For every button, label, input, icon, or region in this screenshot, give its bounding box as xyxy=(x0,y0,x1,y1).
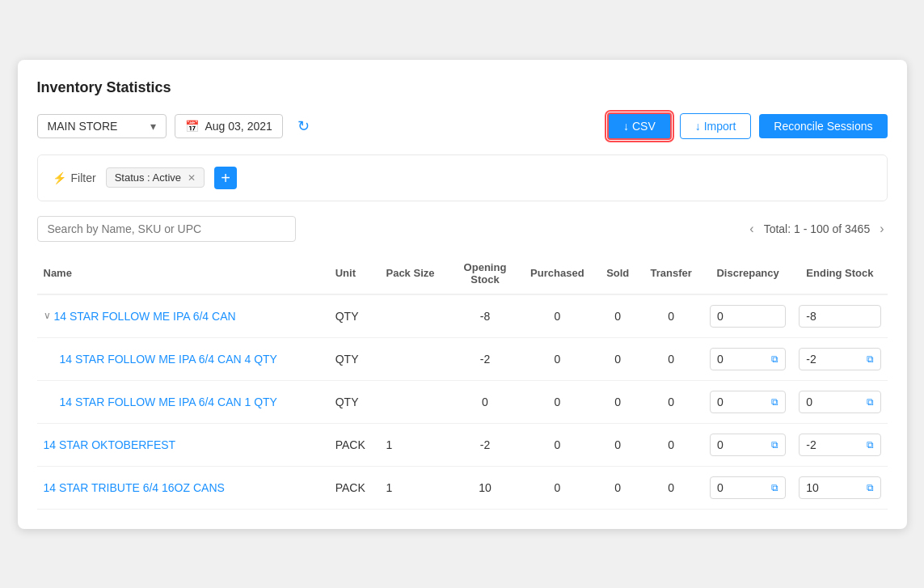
cell-discrepancy[interactable]: 0 ⧉ xyxy=(703,423,792,466)
cell-name: 14 STAR TRIBUTE 6/4 16OZ CANS xyxy=(37,466,329,509)
filter-tag-label: Status : Active xyxy=(115,171,181,184)
cell-discrepancy[interactable]: 0 ⧉ xyxy=(703,380,792,423)
store-label: MAIN STORE xyxy=(48,120,118,133)
cell-discrepancy[interactable]: 0 ⧉ xyxy=(703,337,792,380)
page-title: Inventory Statistics xyxy=(37,79,888,96)
item-link[interactable]: 14 STAR FOLLOW ME IPA 6/4 CAN 4 QTY xyxy=(60,353,277,366)
external-link-icon[interactable]: ⧉ xyxy=(867,353,874,365)
import-button[interactable]: ↓ Import xyxy=(680,113,752,139)
cell-pack-size: 1 xyxy=(379,466,452,509)
cell-pack-size xyxy=(379,380,452,423)
table-row: 14 STAR FOLLOW ME IPA 6/4 CAN 4 QTY QTY … xyxy=(37,337,888,380)
item-link[interactable]: 14 STAR TRIBUTE 6/4 16OZ CANS xyxy=(44,481,225,494)
cell-sold: 0 xyxy=(597,466,639,509)
cell-purchased: 0 xyxy=(518,466,597,509)
reconcile-button[interactable]: Reconcile Sessions xyxy=(759,114,887,138)
filter-tag-status[interactable]: Status : Active ✕ xyxy=(106,167,205,188)
filter-icon: ⚡ xyxy=(53,171,66,184)
col-transfer: Transfer xyxy=(639,253,703,294)
refresh-button[interactable]: ↻ xyxy=(291,114,316,138)
collapse-button[interactable]: ∨ xyxy=(44,310,51,321)
table-body: ∨ 14 STAR FOLLOW ME IPA 6/4 CAN QTY -8 0… xyxy=(37,294,888,510)
cell-purchased: 0 xyxy=(518,380,597,423)
cell-unit: PACK xyxy=(329,423,380,466)
ending-stock-value: -2 xyxy=(806,353,816,366)
csv-button[interactable]: ↓ CSV xyxy=(607,112,672,140)
discrepancy-value: 0 xyxy=(717,310,724,323)
pagination: ‹ Total: 1 - 100 of 3465 › xyxy=(746,220,887,238)
date-picker[interactable]: 📅 Aug 03, 2021 xyxy=(175,114,283,138)
ending-stock-value: -2 xyxy=(806,438,816,451)
col-discrepancy: Discrepancy xyxy=(703,253,792,294)
external-link-icon[interactable]: ⧉ xyxy=(867,396,874,408)
cell-transfer: 0 xyxy=(639,337,703,380)
cell-transfer: 0 xyxy=(639,294,703,338)
cell-ending-stock[interactable]: 10⧉ xyxy=(792,466,887,509)
cell-pack-size xyxy=(379,294,452,338)
cell-opening-stock: 10 xyxy=(452,466,517,509)
cell-discrepancy[interactable]: 0 ⧉ xyxy=(703,466,792,509)
external-link-icon[interactable]: ⧉ xyxy=(771,482,778,493)
discrepancy-value: 0 xyxy=(717,353,724,366)
inventory-table: Name Unit Pack Size OpeningStock Purchas… xyxy=(37,253,888,510)
prev-page-button[interactable]: ‹ xyxy=(746,220,757,238)
cell-ending-stock: -8 xyxy=(792,294,887,338)
cell-unit: QTY xyxy=(329,380,380,423)
col-opening-stock: OpeningStock xyxy=(452,253,517,294)
ending-stock-value: -8 xyxy=(806,310,816,323)
table-row: 14 STAR TRIBUTE 6/4 16OZ CANS PACK 1 10 … xyxy=(37,466,888,509)
ending-stock-value: 0 xyxy=(806,396,812,408)
external-link-icon[interactable]: ⧉ xyxy=(771,439,778,451)
cell-ending-stock[interactable]: -2⧉ xyxy=(792,423,887,466)
item-link[interactable]: 14 STAR FOLLOW ME IPA 6/4 CAN xyxy=(54,310,236,323)
table-row: 14 STAR FOLLOW ME IPA 6/4 CAN 1 QTY QTY … xyxy=(37,380,888,423)
cell-unit: QTY xyxy=(329,294,380,338)
filter-bar: ⚡ Filter Status : Active ✕ + xyxy=(37,154,888,201)
cell-transfer: 0 xyxy=(639,423,703,466)
col-sold: Sold xyxy=(597,253,639,294)
main-window: Inventory Statistics MAIN STORE ▾ 📅 Aug … xyxy=(18,60,907,529)
cell-ending-stock[interactable]: -2⧉ xyxy=(792,337,887,380)
cell-unit: PACK xyxy=(329,466,380,509)
search-input[interactable] xyxy=(37,216,296,242)
col-pack-size: Pack Size xyxy=(379,253,452,294)
cell-ending-stock[interactable]: 0⧉ xyxy=(792,380,887,423)
cell-sold: 0 xyxy=(597,380,639,423)
cell-purchased: 0 xyxy=(518,294,597,338)
next-page-button[interactable]: › xyxy=(876,220,887,238)
ending-stock-value: 10 xyxy=(806,481,819,494)
cell-name: 14 STAR OKTOBERFEST xyxy=(37,423,329,466)
store-select[interactable]: MAIN STORE ▾ xyxy=(37,114,167,138)
cell-name: 14 STAR FOLLOW ME IPA 6/4 CAN 4 QTY xyxy=(37,337,329,380)
cell-opening-stock: -8 xyxy=(452,294,517,338)
filter-label: ⚡ Filter xyxy=(53,171,96,184)
cell-sold: 0 xyxy=(597,337,639,380)
cell-pack-size: 1 xyxy=(379,423,452,466)
calendar-icon: 📅 xyxy=(185,120,199,133)
external-link-icon[interactable]: ⧉ xyxy=(867,482,874,493)
cell-transfer: 0 xyxy=(639,380,703,423)
add-filter-button[interactable]: + xyxy=(214,167,237,189)
discrepancy-value: 0 xyxy=(717,481,724,494)
close-icon[interactable]: ✕ xyxy=(188,172,196,184)
cell-name: 14 STAR FOLLOW ME IPA 6/4 CAN 1 QTY xyxy=(37,380,329,423)
toolbar: MAIN STORE ▾ 📅 Aug 03, 2021 ↻ ↓ CSV ↓ Im… xyxy=(37,112,888,140)
cell-unit: QTY xyxy=(329,337,380,380)
cell-pack-size xyxy=(379,337,452,380)
search-row: ‹ Total: 1 - 100 of 3465 › xyxy=(37,216,888,242)
cell-purchased: 0 xyxy=(518,423,597,466)
col-ending-stock: Ending Stock xyxy=(792,253,887,294)
item-link[interactable]: 14 STAR OKTOBERFEST xyxy=(44,438,176,451)
cell-opening-stock: -2 xyxy=(452,423,517,466)
table-row: 14 STAR OKTOBERFEST PACK 1 -2 0 0 0 0 ⧉ … xyxy=(37,423,888,466)
item-link[interactable]: 14 STAR FOLLOW ME IPA 6/4 CAN 1 QTY xyxy=(60,396,277,408)
external-link-icon[interactable]: ⧉ xyxy=(867,439,874,451)
discrepancy-value: 0 xyxy=(717,396,724,408)
cell-sold: 0 xyxy=(597,423,639,466)
table-header-row: Name Unit Pack Size OpeningStock Purchas… xyxy=(37,253,888,294)
external-link-icon[interactable]: ⧉ xyxy=(771,353,778,365)
col-purchased: Purchased xyxy=(518,253,597,294)
cell-name: ∨ 14 STAR FOLLOW ME IPA 6/4 CAN xyxy=(37,294,329,338)
cell-opening-stock: -2 xyxy=(452,337,517,380)
external-link-icon[interactable]: ⧉ xyxy=(771,396,778,408)
